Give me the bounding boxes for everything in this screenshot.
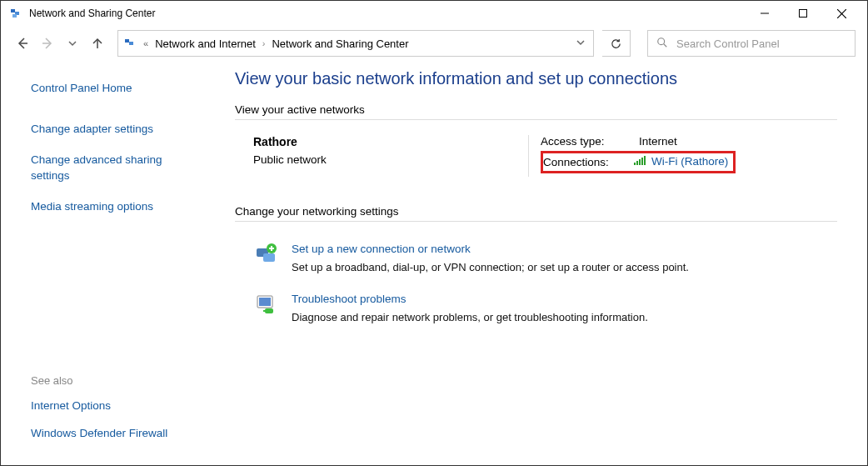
access-type-value: Internet [639,135,677,148]
sidebar-firewall[interactable]: Windows Defender Firewall [31,426,190,442]
sidebar-internet-options[interactable]: Internet Options [31,398,190,414]
svg-rect-16 [639,159,641,165]
svg-rect-17 [641,158,643,165]
svg-rect-20 [263,253,275,262]
network-name: Rathore [253,135,528,148]
minimize-button[interactable] [746,1,784,26]
troubleshoot-link[interactable]: Troubleshoot problems [292,293,407,305]
breadcrumb-item[interactable]: Network and Internet [155,38,256,50]
recent-dropdown[interactable] [62,33,82,53]
sidebar-advanced-sharing[interactable]: Change advanced sharing settings [31,153,190,184]
forward-button[interactable] [37,33,57,53]
svg-rect-15 [636,161,638,165]
maximize-button[interactable] [784,1,822,26]
refresh-button[interactable] [602,30,631,57]
network-type: Public network [253,153,528,166]
sidebar-media-streaming[interactable]: Media streaming options [31,199,190,215]
svg-line-13 [664,43,667,47]
svg-rect-27 [263,310,267,312]
toolbar: « Network and Internet › Network and Sha… [1,26,867,61]
see-also-label: See also [31,374,190,387]
svg-rect-2 [12,14,17,18]
divider [235,119,837,120]
svg-rect-14 [634,163,636,165]
svg-rect-23 [271,246,272,251]
sidebar-home[interactable]: Control Panel Home [31,81,190,97]
sidebar: Control Panel Home Change adapter settin… [1,61,205,465]
access-type-label: Access type: [541,135,624,148]
app-icon [9,7,22,20]
active-networks-label: View your active networks [235,103,837,116]
svg-point-12 [658,38,665,44]
troubleshoot-icon [253,292,280,318]
sidebar-adapter-settings[interactable]: Change adapter settings [31,122,190,138]
search-box[interactable] [647,30,856,57]
divider [235,221,837,222]
breadcrumb-item[interactable]: Network and Sharing Center [272,38,408,50]
svg-rect-10 [125,39,129,43]
svg-rect-11 [129,42,133,45]
back-button[interactable] [12,33,32,53]
address-dropdown[interactable] [573,38,588,48]
search-input[interactable] [676,38,846,50]
setup-connection-link[interactable]: Set up a new connection or network [292,243,471,255]
setup-connection-item: Set up a new connection or network Set u… [235,237,837,287]
troubleshoot-item: Troubleshoot problems Diagnose and repai… [235,287,837,337]
search-icon [656,37,668,51]
main-content: View your basic network information and … [205,61,867,465]
connection-highlight: Connections: Wi-Fi (Rathore) [541,151,736,173]
svg-rect-4 [800,10,807,18]
close-button[interactable] [822,1,861,26]
up-button[interactable] [87,33,107,53]
svg-rect-18 [644,156,646,165]
connections-label: Connections: [543,156,626,168]
window-title: Network and Sharing Center [29,8,746,19]
troubleshoot-desc: Diagnose and repair network problems, or… [292,311,648,323]
page-heading: View your basic network information and … [235,69,837,88]
svg-rect-0 [11,9,15,13]
wifi-signal-icon [633,156,646,168]
breadcrumb-overflow-icon[interactable]: « [143,38,148,48]
active-network-block: Rathore Public network Access type: Inte… [235,135,837,193]
setup-connection-desc: Set up a broadband, dial-up, or VPN conn… [292,261,689,273]
connection-link[interactable]: Wi-Fi (Rathore) [651,154,728,170]
address-bar[interactable]: « Network and Internet › Network and Sha… [117,30,594,57]
address-icon [123,37,137,50]
svg-rect-25 [259,298,271,306]
setup-connection-icon [253,242,280,268]
title-bar: Network and Sharing Center [1,1,867,26]
chevron-right-icon: › [262,38,266,48]
change-settings-label: Change your networking settings [235,205,837,218]
